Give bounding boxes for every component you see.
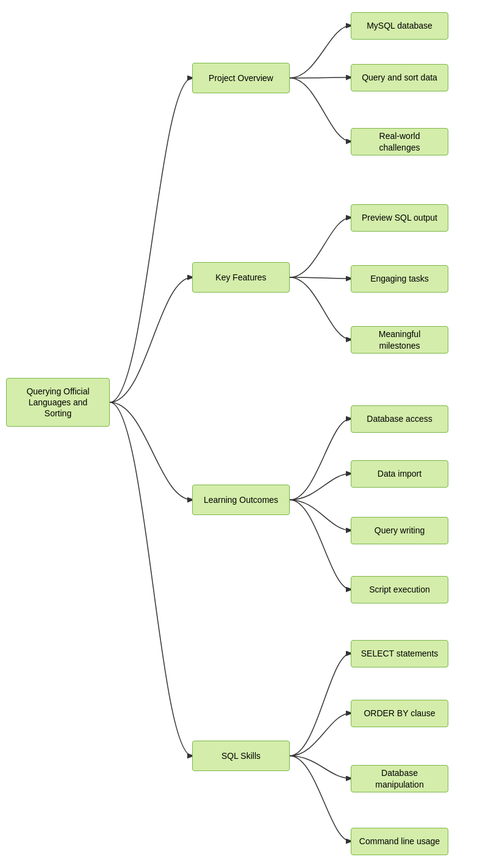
db-access-node: Database access — [351, 405, 448, 433]
cmd-line-label: Command line usage — [359, 836, 440, 847]
order-by-label: ORDER BY clause — [364, 708, 435, 719]
key-features-node: Key Features — [192, 262, 290, 293]
project-overview-node: Project Overview — [192, 63, 290, 93]
realworld-label: Real-world challenges — [359, 130, 440, 152]
db-manip-node: Database manipulation — [351, 765, 448, 792]
project-overview-label: Project Overview — [209, 73, 273, 84]
engaging-node: Engaging tasks — [351, 265, 448, 293]
query-writing-node: Query writing — [351, 517, 448, 544]
mysql-node: MySQL database — [351, 12, 448, 40]
data-import-node: Data import — [351, 460, 448, 488]
cmd-line-node: Command line usage — [351, 828, 448, 855]
order-by-node: ORDER BY clause — [351, 700, 448, 727]
data-import-label: Data import — [378, 468, 422, 479]
script-exec-node: Script execution — [351, 576, 448, 603]
milestones-label: Meaningful milestones — [359, 329, 440, 350]
learning-outcomes-label: Learning Outcomes — [204, 494, 278, 505]
db-access-label: Database access — [367, 413, 432, 424]
query-writing-label: Query writing — [375, 525, 425, 536]
root-node: Querying Official Languages and Sorting — [6, 378, 110, 427]
learning-outcomes-node: Learning Outcomes — [192, 485, 290, 515]
preview-sql-label: Preview SQL output — [362, 212, 437, 223]
mysql-label: MySQL database — [367, 20, 432, 31]
engaging-label: Engaging tasks — [370, 273, 429, 284]
select-label: SELECT statements — [361, 648, 439, 659]
root-label: Querying Official Languages and Sorting — [14, 386, 102, 419]
sql-skills-node: SQL Skills — [192, 741, 290, 771]
key-features-label: Key Features — [215, 272, 266, 283]
script-exec-label: Script execution — [369, 584, 430, 595]
db-manip-label: Database manipulation — [359, 767, 440, 789]
mindmap-diagram: Querying Official Languages and Sorting … — [0, 0, 488, 868]
sql-skills-label: SQL Skills — [221, 750, 260, 761]
realworld-node: Real-world challenges — [351, 128, 448, 155]
query-sort-label: Query and sort data — [362, 72, 437, 83]
query-sort-node: Query and sort data — [351, 64, 448, 91]
milestones-node: Meaningful milestones — [351, 326, 448, 354]
preview-sql-node: Preview SQL output — [351, 204, 448, 232]
select-node: SELECT statements — [351, 640, 448, 667]
